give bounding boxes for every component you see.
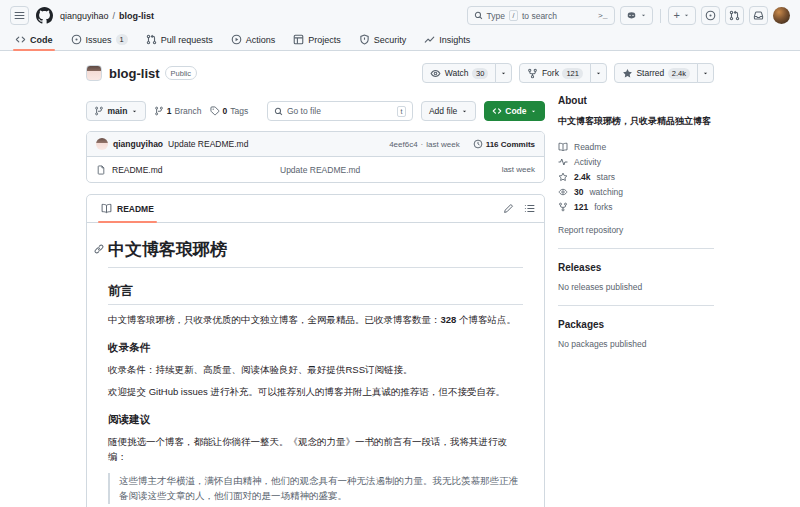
file-icon (96, 165, 106, 175)
notifications-inbox-button[interactable] (749, 6, 768, 25)
play-icon (231, 34, 242, 45)
meta-activity[interactable]: Activity (558, 154, 714, 169)
tab-label: Insights (439, 35, 470, 45)
go-to-file-input[interactable]: Go to file t (267, 101, 413, 121)
packages-title: Packages (558, 319, 714, 330)
file-name[interactable]: README.md (112, 165, 280, 175)
tab-label: Actions (246, 35, 276, 45)
anchor-link-icon[interactable] (94, 244, 104, 254)
file-row[interactable]: README.md Update README.md last week (87, 157, 544, 182)
tab-insights[interactable]: Insights (417, 29, 477, 50)
graph-icon (424, 34, 435, 45)
edit-readme-button[interactable] (503, 203, 514, 214)
book-icon (101, 203, 112, 214)
fork-button[interactable]: Fork 121 (519, 63, 591, 83)
book-icon (558, 142, 568, 152)
file-commit-message[interactable]: Update README.md (280, 165, 502, 175)
issue-opened-icon (71, 34, 82, 45)
outline-button[interactable] (524, 203, 535, 214)
fork-button-group: Fork 121 (519, 63, 607, 83)
readme-blockquote: 这些博主才华横溢，满怀自由精神，他们的观念具有一种无法遏制的力量。我无比羡慕那些… (108, 473, 523, 504)
repo-sidebar: About 中文博客琅琊榜，只收录精品独立博客 Readme Activity (558, 92, 714, 349)
code-icon (15, 34, 26, 45)
eye-icon (430, 68, 441, 79)
commit-author[interactable]: qianguyihao (113, 139, 163, 149)
fork-dropdown-button[interactable] (590, 63, 607, 83)
tab-readme[interactable]: README (96, 195, 159, 222)
readme-h2-preface: 前言 (108, 283, 523, 305)
meta-watching[interactable]: 30 watching (558, 184, 714, 199)
repo-header: blog-list Public Watch 30 (86, 51, 714, 92)
issue-opened-icon (705, 10, 716, 21)
chevron-down-icon (461, 108, 468, 115)
branches-count: 1 (167, 106, 172, 116)
commit-message[interactable]: Update README.md (168, 139, 248, 149)
meta-stars[interactable]: 2.4k stars (558, 169, 714, 184)
readme-h1: 中文博客琅琊榜 (108, 238, 523, 268)
sidebar-divider (558, 248, 714, 249)
readme-paragraph: 收录条件：持续更新、高质量、阅读体验良好、最好提供RSS订阅链接。 (108, 363, 523, 378)
readme-paragraph: 随便挑选一个博客，都能让你徜徉一整天。《观念的力量》一书的前言有一段话，我将其进… (108, 435, 523, 464)
search-placeholder-post: to search (522, 11, 557, 21)
releases-title: Releases (558, 262, 714, 273)
code-download-button[interactable]: Code (484, 101, 545, 121)
table-icon (293, 34, 304, 45)
tab-pull-requests[interactable]: Pull requests (139, 29, 220, 50)
commit-history-link[interactable]: 116 Commits (473, 139, 535, 149)
branch-selector-button[interactable]: main (86, 101, 146, 121)
readme-h3-criteria: 收录条件 (108, 341, 523, 355)
copilot-button[interactable] (620, 6, 653, 25)
star-dropdown-button[interactable] (697, 63, 714, 83)
copilot-icon (626, 10, 637, 21)
tab-actions[interactable]: Actions (224, 29, 283, 50)
add-file-button[interactable]: Add file (421, 101, 476, 121)
branches-link[interactable]: 1 Branch (154, 106, 202, 116)
tags-link[interactable]: 0 Tags (210, 106, 249, 116)
search-placeholder-pre: Type (487, 11, 505, 21)
star-icon (622, 68, 633, 79)
commit-sha[interactable]: 4eef6c4 (389, 140, 417, 149)
github-logo[interactable] (36, 7, 53, 24)
releases-section: Releases No releases published (558, 262, 714, 292)
watch-dropdown-button[interactable] (495, 63, 512, 83)
pull-requests-dashboard-button[interactable] (725, 6, 744, 25)
issues-dashboard-button[interactable] (701, 6, 720, 25)
packages-empty: No packages published (558, 339, 714, 349)
meta-forks[interactable]: 121 forks (558, 199, 714, 214)
search-icon (274, 107, 283, 116)
watch-label: Watch (445, 68, 469, 78)
breadcrumb-owner[interactable]: qianguyihao (60, 11, 109, 21)
readme-paragraph: 欢迎提交 GitHub issues 进行补充。可以推荐别人的博客并附上真诚的推… (108, 385, 523, 400)
hamburger-icon (14, 10, 25, 21)
tab-security[interactable]: Security (352, 29, 414, 50)
issues-count-badge: 1 (116, 34, 128, 45)
tab-projects[interactable]: Projects (286, 29, 348, 50)
command-palette-icon[interactable]: >_ (598, 11, 608, 20)
starred-button[interactable]: Starred 2.4k (614, 63, 698, 83)
eye-icon (558, 187, 568, 197)
commit-author-avatar[interactable] (96, 138, 108, 150)
activity-icon (558, 157, 568, 167)
hamburger-menu-button[interactable] (10, 6, 29, 25)
readme-tab-label: README (117, 204, 154, 214)
user-avatar[interactable] (773, 7, 790, 24)
global-search-input[interactable]: Type / to search >_ (467, 6, 615, 25)
git-branch-icon (154, 106, 164, 116)
tab-label: Security (374, 35, 407, 45)
tab-issues[interactable]: Issues 1 (64, 29, 135, 50)
breadcrumb-repo[interactable]: blog-list (119, 11, 154, 21)
search-icon (474, 11, 483, 20)
repo-title[interactable]: blog-list (109, 66, 160, 81)
star-icon (558, 172, 568, 182)
list-icon (524, 203, 535, 214)
report-repository-link[interactable]: Report repository (558, 225, 623, 235)
readme-panel: README (86, 194, 545, 507)
create-new-button[interactable]: + (668, 6, 696, 25)
tab-code[interactable]: Code (8, 29, 60, 50)
commits-count-label: 116 Commits (486, 140, 535, 149)
tags-count: 0 (223, 106, 228, 116)
watch-button[interactable]: Watch 30 (422, 63, 496, 83)
fork-label: Fork (542, 68, 559, 78)
chevron-down-icon (702, 70, 709, 77)
meta-readme[interactable]: Readme (558, 139, 714, 154)
